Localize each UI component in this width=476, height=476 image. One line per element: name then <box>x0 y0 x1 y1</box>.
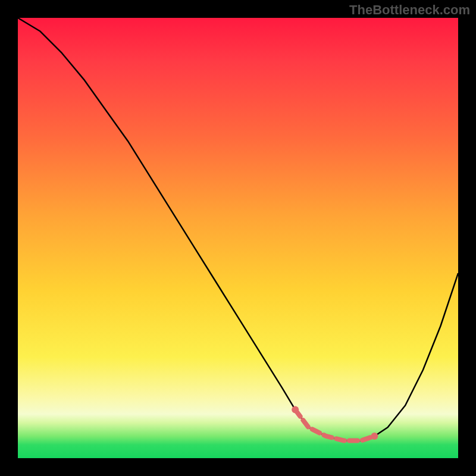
plot-area <box>18 18 458 458</box>
attribution-text: TheBottleneck.com <box>349 2 470 18</box>
svg-point-1 <box>371 433 378 440</box>
svg-point-0 <box>292 406 299 414</box>
chart-container: TheBottleneck.com <box>0 0 476 476</box>
optimal-range-marker <box>292 406 378 441</box>
curve-layer <box>18 18 458 458</box>
bottleneck-curve <box>18 18 458 440</box>
